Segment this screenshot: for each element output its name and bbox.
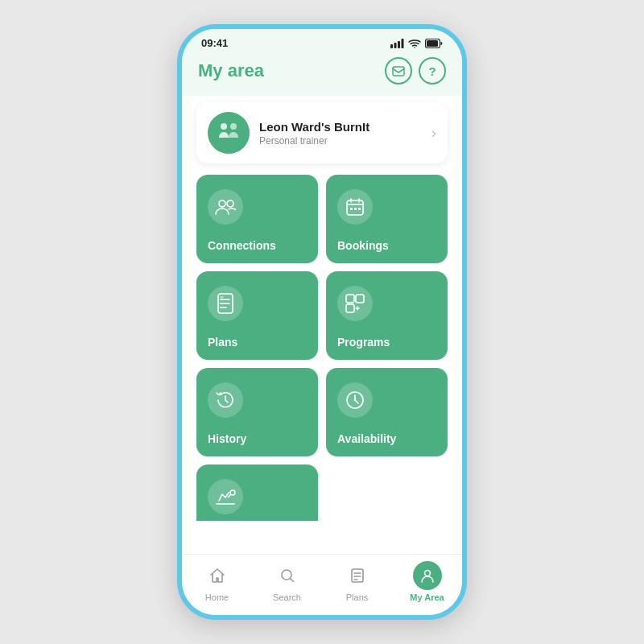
svg-point-20 [220,307,221,308]
svg-point-29 [424,571,430,576]
status-bar: 09:41 [182,29,462,54]
home-icon [203,561,232,590]
svg-rect-0 [390,44,393,48]
help-icon: ? [428,64,436,78]
svg-rect-2 [398,41,400,48]
svg-point-8 [208,112,250,154]
nav-item-search[interactable]: Search [252,561,322,602]
grid-item-bookings[interactable]: Bookings [326,175,448,263]
my-area-nav-label: My Area [410,592,444,602]
svg-rect-16 [358,208,361,210]
plans-icon [208,286,243,321]
battery-icon [425,39,443,48]
search-nav-label: Search [273,592,301,602]
grid-item-history[interactable]: History [196,368,318,456]
bookings-icon [337,189,373,225]
svg-rect-7 [393,67,404,76]
programs-icon [337,286,373,321]
bookings-label: Bookings [337,239,389,252]
programs-label: Programs [337,336,390,349]
history-icon [208,382,243,418]
svg-rect-3 [402,39,404,48]
svg-rect-23 [346,304,354,312]
svg-rect-6 [427,40,438,47]
svg-point-18 [220,299,221,300]
plans-label: Plans [208,336,237,349]
svg-rect-1 [394,43,397,48]
grid-container: Connections Bookings [182,175,462,521]
svg-rect-21 [346,295,354,303]
grid-item-plans[interactable]: Plans [196,271,318,360]
status-time: 09:41 [201,37,228,49]
svg-point-12 [227,200,233,207]
grid-item-programs[interactable]: Programs [326,271,448,360]
grid-item-connections[interactable]: Connections [196,175,318,263]
home-nav-label: Home [205,592,229,602]
help-button[interactable]: ? [419,57,446,85]
nav-item-my-area[interactable]: My Area [392,561,462,602]
svg-point-11 [219,200,225,207]
nav-item-home[interactable]: Home [182,561,252,602]
bottom-nav: Home Search Plans [182,554,462,615]
svg-point-4 [414,47,415,48]
services-icon [208,479,243,514]
plans-nav-icon [343,561,372,590]
availability-label: Availability [337,432,396,445]
page-title: My area [198,60,264,81]
availability-icon [337,382,373,418]
profile-info: Leon Ward's BurnIt Personal trainer [259,120,422,147]
nav-item-plans[interactable]: Plans [322,561,392,602]
svg-rect-22 [356,295,364,303]
header-icons: ? [385,57,446,85]
profile-name: Leon Ward's BurnIt [259,120,422,134]
grid-item-availability[interactable]: Availability [326,368,448,456]
svg-point-25 [354,399,356,401]
svg-rect-14 [350,208,353,210]
svg-point-9 [221,123,227,130]
signal-icon [390,39,404,48]
svg-rect-15 [354,208,357,210]
profile-card[interactable]: Leon Ward's BurnIt Personal trainer › [196,102,448,163]
svg-point-19 [220,303,221,304]
grid-item-services[interactable]: Services [196,464,318,521]
connections-label: Connections [208,239,276,252]
history-label: History [208,432,246,445]
svg-point-10 [230,123,237,130]
avatar [208,112,250,154]
my-area-icon [413,561,442,590]
header: My area ? [182,54,462,96]
profile-role: Personal trainer [259,135,422,147]
status-right [390,39,443,48]
chevron-right-icon: › [431,125,436,142]
connections-icon [208,189,243,225]
svg-point-27 [282,570,291,580]
wifi-icon [408,39,421,48]
search-icon [273,561,302,590]
mail-button[interactable] [385,57,412,85]
plans-nav-label: Plans [346,592,369,602]
phone-frame: 09:41 [177,24,467,620]
